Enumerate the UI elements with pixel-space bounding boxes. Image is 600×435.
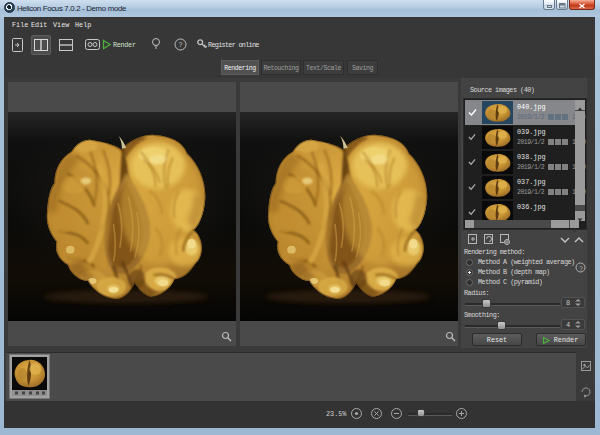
svg-text:?: ? — [179, 41, 183, 48]
svg-text:?: ? — [579, 265, 583, 272]
